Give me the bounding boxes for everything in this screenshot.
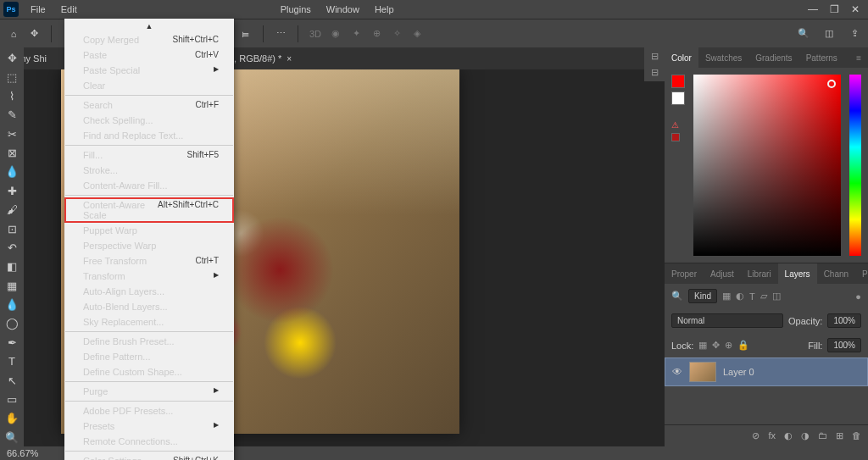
menu-scroll-up-icon[interactable]: ▲ (64, 20, 234, 32)
tab-channels[interactable]: Chann (817, 263, 855, 284)
gradient-tool[interactable]: ▦ (2, 277, 22, 295)
menu-item-fill[interactable]: Fill...Shift+F5 (64, 147, 234, 163)
opacity-value[interactable]: 100% (827, 313, 861, 328)
gamut-warning-icon[interactable]: ⚠ (671, 120, 688, 130)
filter-smart-icon[interactable]: ◫ (772, 291, 781, 302)
menu-item-search[interactable]: SearchCtrl+F (64, 97, 234, 113)
group-icon[interactable]: 🗀 (818, 430, 827, 441)
menu-item-perspective-warp[interactable]: Perspective Warp (64, 238, 234, 253)
menu-item-check-spelling[interactable]: Check Spelling... (64, 113, 234, 128)
tab-patterns[interactable]: Patterns (799, 47, 844, 68)
window-minimize-icon[interactable]: — (808, 3, 818, 15)
window-maximize-icon[interactable]: ❐ (830, 3, 839, 15)
close-tab-icon[interactable]: × (287, 54, 292, 64)
filter-type-icon[interactable]: T (749, 291, 755, 302)
lock-pixels-icon[interactable]: ▦ (698, 340, 707, 351)
menu-item-puppet-warp[interactable]: Puppet Warp (64, 223, 234, 238)
shape-tool[interactable]: ▭ (2, 391, 22, 408)
more-options-icon[interactable]: ⋯ (274, 27, 287, 41)
filter-shape-icon[interactable]: ▱ (760, 291, 767, 302)
delete-layer-icon[interactable]: 🗑 (852, 430, 861, 441)
menu-item-sky-replacement[interactable]: Sky Replacement... (64, 314, 234, 330)
filter-pixel-icon[interactable]: ▦ (722, 291, 731, 302)
layer-filter-kind[interactable]: Kind (688, 289, 717, 303)
adjustment-layer-icon[interactable]: ◑ (801, 430, 810, 441)
gamut-color[interactable] (671, 133, 680, 141)
marquee-tool[interactable]: ⬚ (2, 68, 22, 86)
menu-item-find-and-replace-text[interactable]: Find and Replace Text... (64, 128, 234, 143)
dodge-tool[interactable]: ◯ (2, 314, 22, 332)
brush-tool[interactable]: 🖌 (2, 201, 22, 219)
menu-item-paste-special[interactable]: Paste Special (64, 63, 234, 78)
menu-file[interactable]: File (24, 3, 53, 16)
window-close-icon[interactable]: ✕ (851, 3, 860, 15)
history-brush-tool[interactable]: ↶ (2, 239, 22, 257)
tab-properties[interactable]: Proper (665, 263, 704, 284)
move-tool[interactable]: ✥ (2, 49, 22, 67)
eyedropper-tool[interactable]: 💧 (2, 163, 22, 180)
panel-menu-icon[interactable]: ≡ (849, 47, 868, 68)
layer-name[interactable]: Layer 0 (723, 367, 754, 377)
home-icon[interactable]: ⌂ (7, 27, 20, 41)
menu-item-color-settings[interactable]: Color Settings...Shift+Ctrl+K (64, 453, 234, 460)
heal-tool[interactable]: ✚ (2, 182, 22, 200)
collapse-icon-1[interactable]: ⊟ (651, 51, 659, 62)
path-tool[interactable]: ↖ (2, 371, 22, 389)
fill-value[interactable]: 100% (827, 338, 861, 352)
link-layers-icon[interactable]: ⊘ (752, 430, 760, 441)
zoom-tool[interactable]: 🔍 (2, 429, 22, 446)
menu-item-presets[interactable]: Presets (64, 418, 234, 434)
lock-position-icon[interactable]: ✥ (712, 340, 720, 351)
new-layer-icon[interactable]: ⊞ (836, 430, 843, 441)
menu-window[interactable]: Window (320, 3, 366, 16)
layer-mask-icon[interactable]: ◐ (784, 430, 793, 441)
foreground-color[interactable] (671, 75, 685, 88)
collapse-icon-2[interactable]: ⊟ (651, 67, 659, 78)
quick-select-tool[interactable]: ✎ (2, 106, 22, 124)
blur-tool[interactable]: 💧 (2, 296, 22, 313)
tab-paths[interactable]: Paths (855, 263, 868, 284)
menu-plugins[interactable]: Plugins (274, 3, 318, 16)
filter-toggle-icon[interactable]: ● (855, 291, 861, 302)
crop-tool[interactable]: ✂ (2, 125, 22, 143)
color-picker-handle[interactable] (827, 80, 836, 88)
menu-item-content-aware-scale[interactable]: Content-Aware ScaleAlt+Shift+Ctrl+C (64, 197, 234, 223)
move-tool-icon[interactable]: ✥ (27, 27, 41, 41)
background-color[interactable] (671, 91, 685, 105)
menu-item-paste[interactable]: PasteCtrl+V (64, 47, 234, 63)
align-bottom-icon[interactable]: ⫢ (239, 27, 253, 41)
tab-color[interactable]: Color (665, 47, 698, 68)
tab-swatches[interactable]: Swatches (698, 47, 748, 68)
menu-item-stroke[interactable]: Stroke... (64, 163, 234, 178)
zoom-level[interactable]: 66.67% (7, 448, 38, 458)
frame-tool[interactable]: ⊠ (2, 144, 22, 162)
hue-slider[interactable] (849, 75, 861, 256)
tab-libraries[interactable]: Librari (741, 263, 778, 284)
lasso-tool[interactable]: ⌇ (2, 87, 22, 105)
menu-item-define-brush-preset[interactable]: Define Brush Preset... (64, 334, 234, 349)
filter-adjust-icon[interactable]: ◐ (736, 291, 744, 302)
layer-fx-icon[interactable]: fx (768, 430, 776, 441)
tab-gradients[interactable]: Gradients (748, 47, 798, 68)
menu-item-free-transform[interactable]: Free TransformCtrl+T (64, 253, 234, 269)
type-tool[interactable]: T (2, 352, 22, 370)
layer-row[interactable]: 👁 Layer 0 (665, 357, 868, 386)
panel-collapse-strip[interactable]: ⊟ ⊟ (644, 47, 665, 81)
menu-item-define-pattern[interactable]: Define Pattern... (64, 349, 234, 364)
tab-adjustments[interactable]: Adjust (704, 263, 741, 284)
menu-item-remote-connections[interactable]: Remote Connections... (64, 434, 234, 449)
menu-item-transform[interactable]: Transform (64, 269, 234, 284)
menu-item-purge[interactable]: Purge (64, 384, 234, 399)
search-icon[interactable]: 🔍 (797, 27, 810, 41)
pen-tool[interactable]: ✒ (2, 334, 22, 352)
workspace-icon[interactable]: ◫ (822, 27, 836, 41)
eraser-tool[interactable]: ◧ (2, 258, 22, 275)
layer-visibility-icon[interactable]: 👁 (672, 366, 682, 378)
stamp-tool[interactable]: ⊡ (2, 219, 22, 237)
menu-help[interactable]: Help (368, 3, 401, 16)
share-icon[interactable]: ⇪ (848, 27, 861, 41)
tab-layers[interactable]: Layers (778, 263, 817, 284)
menu-item-adobe-pdf-presets[interactable]: Adobe PDF Presets... (64, 403, 234, 418)
hand-tool[interactable]: ✋ (2, 409, 22, 427)
menu-edit[interactable]: Edit (54, 3, 84, 16)
